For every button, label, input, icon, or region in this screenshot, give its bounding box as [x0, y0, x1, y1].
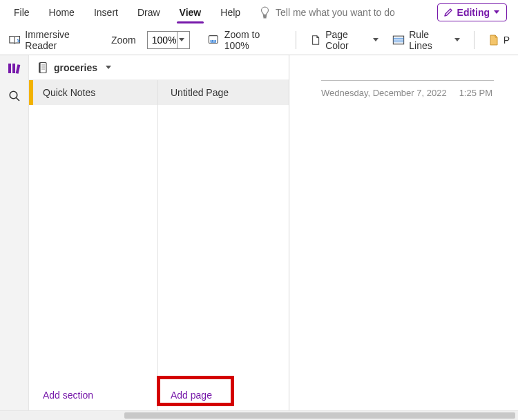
notebooks-icon [8, 62, 21, 75]
page-color-label: Page Color [325, 29, 369, 51]
add-section-button[interactable]: Add section [29, 380, 158, 410]
tab-draw[interactable]: Draw [128, 0, 170, 25]
zoom-to-100-label: Zoom to 100% [224, 29, 282, 51]
panel-headers: Quick Notes Untitled Page [29, 80, 289, 105]
chevron-down-icon [454, 38, 460, 41]
pencil-icon [443, 8, 453, 17]
paper-size-button-partial[interactable]: P [486, 31, 512, 49]
svg-rect-13 [40, 62, 46, 73]
lightbulb-icon [260, 6, 270, 19]
zoom-value: 100% [152, 35, 177, 46]
add-page-button[interactable]: Add page [158, 390, 212, 401]
svg-line-11 [16, 98, 19, 102]
page-selected[interactable]: Untitled Page [158, 80, 289, 105]
svg-rect-8 [12, 64, 15, 73]
chevron-down-icon [494, 10, 499, 14]
editing-label: Editing [457, 7, 490, 18]
tell-me-search[interactable]: Tell me what you want to do [260, 6, 395, 19]
panel-footer: Add section Add page [29, 380, 289, 410]
zoom-dropdown-button[interactable] [177, 32, 186, 48]
svg-rect-7 [8, 64, 11, 73]
zoom-label: Zoom [108, 32, 139, 48]
immersive-reader-icon [8, 34, 21, 46]
section-list [29, 105, 158, 380]
tab-help[interactable]: Help [211, 0, 250, 25]
search-icon [8, 90, 21, 102]
section-name: Quick Notes [43, 87, 95, 98]
ribbon-view: Immersive Reader Zoom 100% 100 Zoom to 1… [0, 25, 518, 55]
rule-lines-icon [392, 35, 405, 46]
notebook-icon [37, 61, 48, 74]
page-color-icon [310, 34, 321, 46]
editing-mode-button[interactable]: Editing [437, 3, 507, 21]
chevron-down-icon [179, 38, 184, 41]
notebook-name: groceries [54, 62, 97, 73]
page-name: Untitled Page [171, 87, 229, 98]
horizontal-scrollbar-thumb[interactable] [124, 412, 515, 419]
svg-text:100: 100 [211, 39, 215, 43]
rule-lines-label: Rule Lines [409, 29, 450, 51]
menu-tab-bar: File Home Insert Draw View Help Tell me … [0, 0, 518, 25]
tell-me-text: Tell me what you want to do [276, 7, 395, 18]
paper-icon [488, 34, 499, 46]
page-time: 1:25 PM [459, 88, 492, 98]
panel-lists [29, 105, 289, 380]
immersive-reader-label: Immersive Reader [25, 29, 97, 51]
zoom-combo[interactable]: 100% [147, 31, 190, 49]
search-button[interactable] [8, 90, 21, 102]
chevron-down-icon [106, 66, 111, 69]
chevron-down-icon [373, 38, 378, 41]
page-color-button[interactable]: Page Color [307, 26, 381, 54]
notebooks-button[interactable] [8, 62, 21, 75]
zoom-to-100-button[interactable]: 100 Zoom to 100% [205, 26, 285, 54]
main-body: groceries Quick Notes Untitled Page Add … [0, 55, 518, 410]
tab-view[interactable]: View [170, 0, 211, 25]
navigation-panel: groceries Quick Notes Untitled Page Add … [29, 55, 289, 410]
tab-home[interactable]: Home [39, 0, 84, 25]
svg-rect-9 [15, 64, 20, 74]
page-canvas[interactable]: Wednesday, December 7, 2022 1:25 PM [289, 55, 518, 410]
section-selected[interactable]: Quick Notes [29, 80, 158, 105]
left-rail [0, 55, 29, 410]
ribbon-divider [296, 31, 296, 49]
title-underline [321, 80, 494, 81]
svg-point-10 [10, 91, 17, 99]
page-list [158, 105, 289, 380]
ribbon-divider [474, 31, 474, 49]
horizontal-scrollbar-track[interactable] [0, 410, 518, 420]
section-color-bar [29, 80, 33, 105]
rule-lines-button[interactable]: Rule Lines [390, 26, 463, 54]
tab-insert[interactable]: Insert [84, 0, 128, 25]
tab-file[interactable]: File [4, 0, 39, 25]
immersive-reader-button[interactable]: Immersive Reader [6, 26, 100, 54]
zoom-100-icon: 100 [208, 34, 220, 46]
page-date: Wednesday, December 7, 2022 [321, 88, 447, 98]
paper-label-partial: P [503, 35, 510, 46]
page-datetime: Wednesday, December 7, 2022 1:25 PM [321, 88, 501, 98]
notebook-picker[interactable]: groceries [29, 55, 289, 80]
